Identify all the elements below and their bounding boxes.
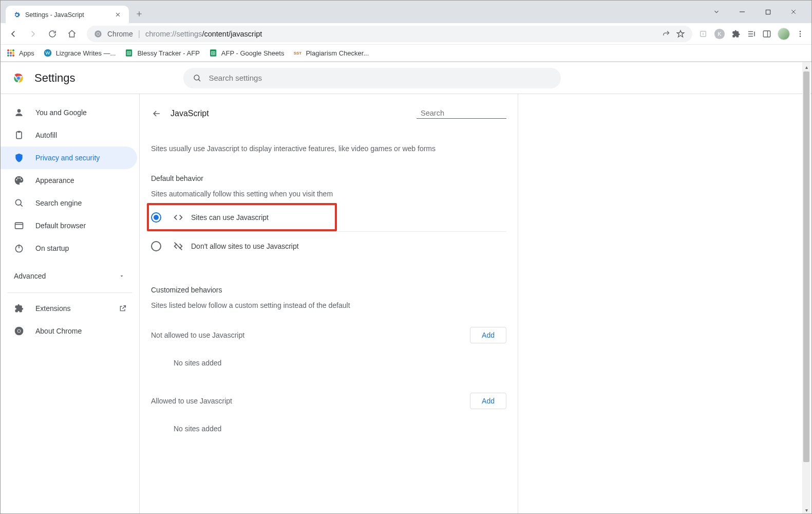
svg-point-11 bbox=[7, 49, 9, 51]
svg-point-12 bbox=[10, 49, 12, 51]
radio-button-checked[interactable] bbox=[151, 212, 161, 223]
customized-sub: Sites listed below follow a custom setti… bbox=[151, 301, 506, 309]
search-icon bbox=[193, 74, 202, 83]
svg-point-9 bbox=[800, 33, 801, 34]
add-not-allowed-button[interactable]: Add bbox=[470, 327, 506, 343]
code-off-icon bbox=[173, 241, 184, 252]
browser-icon bbox=[14, 221, 24, 231]
settings-search[interactable] bbox=[183, 68, 561, 88]
svg-point-33 bbox=[15, 199, 21, 205]
profile-k-icon[interactable]: K bbox=[714, 28, 725, 40]
sidebar-item-extensions[interactable]: Extensions bbox=[1, 297, 137, 320]
svg-point-16 bbox=[12, 52, 14, 54]
bookmark-plagiarism[interactable]: SST Plagiarism Checker... bbox=[293, 49, 369, 57]
sidebar-item-you-and-google[interactable]: You and Google bbox=[1, 101, 137, 124]
settings-header: Settings bbox=[1, 62, 811, 94]
not-allowed-label: Not allowed to use Javascript bbox=[151, 331, 244, 339]
sidebar-advanced[interactable]: Advanced bbox=[1, 265, 139, 287]
bookmark-blessy[interactable]: Blessy Tracker - AFP bbox=[125, 49, 199, 57]
reading-list-icon[interactable] bbox=[747, 29, 756, 39]
puzzle-icon[interactable] bbox=[731, 29, 741, 39]
browser-tab[interactable]: Settings - JavaScript bbox=[6, 6, 129, 24]
sidebar-item-autofill[interactable]: Autofill bbox=[1, 124, 137, 146]
panel-back-button[interactable] bbox=[151, 108, 162, 119]
tab-title: Settings - JavaScript bbox=[25, 11, 109, 19]
panel-search-input[interactable] bbox=[421, 109, 518, 117]
svg-rect-0 bbox=[766, 10, 770, 14]
svg-text:W: W bbox=[45, 50, 50, 56]
chevron-down-icon bbox=[119, 273, 125, 279]
radio-button-unchecked[interactable] bbox=[151, 241, 161, 251]
menu-icon[interactable] bbox=[796, 30, 804, 38]
chrome-icon bbox=[14, 326, 24, 336]
sidebar-item-about[interactable]: About Chrome bbox=[1, 320, 137, 342]
bookmark-apps[interactable]: Apps bbox=[7, 49, 34, 57]
add-allowed-button[interactable]: Add bbox=[470, 393, 506, 409]
settings-sidebar: You and Google Autofill Privacy and secu… bbox=[1, 94, 139, 514]
customized-title: Customized behaviors bbox=[151, 286, 506, 294]
panel-intro: Sites usually use Javascript to display … bbox=[151, 144, 506, 153]
chrome-logo-icon bbox=[12, 71, 25, 85]
close-window-button[interactable] bbox=[784, 4, 803, 20]
extension-icon[interactable] bbox=[698, 29, 708, 39]
chevron-down-icon[interactable] bbox=[707, 4, 726, 20]
share-icon[interactable] bbox=[662, 29, 671, 38]
omnibox-prefix: Chrome bbox=[107, 30, 133, 38]
bookmark-lizgrace[interactable]: W Lizgrace Writes —... bbox=[44, 49, 116, 57]
person-icon bbox=[14, 107, 24, 118]
default-behavior-title: Default behavior bbox=[151, 174, 506, 182]
sidebar-item-privacy[interactable]: Privacy and security bbox=[1, 146, 137, 169]
launch-icon bbox=[119, 304, 127, 313]
back-button[interactable] bbox=[5, 25, 22, 43]
avatar[interactable] bbox=[778, 28, 790, 40]
sidebar-item-appearance[interactable]: Appearance bbox=[1, 169, 137, 192]
sidebar-item-on-startup[interactable]: On startup bbox=[1, 237, 137, 260]
panel-search[interactable] bbox=[417, 109, 506, 119]
settings-search-input[interactable] bbox=[209, 74, 552, 82]
shield-icon bbox=[14, 153, 24, 163]
browser-toolbar: Chrome | chrome://settings/content/javas… bbox=[1, 23, 811, 45]
omnibox-url: chrome://settings/content/javascript bbox=[145, 30, 262, 38]
scroll-up-button[interactable]: ▴ bbox=[802, 62, 810, 71]
radio-allow-js[interactable]: Sites can use Javascript bbox=[147, 203, 337, 231]
svg-point-38 bbox=[18, 330, 21, 333]
close-tab-button[interactable] bbox=[114, 11, 122, 19]
wordpress-icon: W bbox=[44, 49, 52, 57]
bookmark-afp[interactable]: AFP - Google Sheets bbox=[209, 49, 285, 57]
gear-icon bbox=[13, 11, 21, 19]
forward-button[interactable] bbox=[24, 25, 42, 43]
sidebar-item-default-browser[interactable]: Default browser bbox=[1, 214, 137, 237]
svg-point-14 bbox=[7, 52, 9, 54]
minimize-button[interactable] bbox=[732, 4, 752, 20]
settings-panel: JavaScript Sites usually use Javascript … bbox=[139, 94, 518, 514]
maximize-button[interactable] bbox=[758, 4, 778, 20]
svg-point-30 bbox=[17, 109, 21, 113]
address-bar[interactable]: Chrome | chrome://settings/content/javas… bbox=[87, 26, 692, 42]
svg-point-10 bbox=[800, 35, 801, 37]
no-sites-not-allowed: No sites added bbox=[174, 359, 506, 367]
svg-rect-32 bbox=[18, 131, 21, 133]
svg-rect-31 bbox=[16, 132, 22, 138]
code-icon bbox=[173, 212, 184, 223]
window-tabstrip: Settings - JavaScript bbox=[1, 1, 811, 23]
star-icon[interactable] bbox=[676, 29, 685, 39]
svg-point-18 bbox=[10, 54, 12, 57]
side-panel-icon[interactable] bbox=[762, 29, 771, 39]
reload-button[interactable] bbox=[44, 25, 61, 43]
vertical-scrollbar[interactable]: ▴ ▾ bbox=[802, 62, 810, 514]
power-icon bbox=[14, 243, 24, 253]
sidebar-item-search-engine[interactable]: Search engine bbox=[1, 192, 137, 214]
sst-icon: SST bbox=[293, 49, 301, 57]
scroll-thumb[interactable] bbox=[803, 71, 809, 462]
search-icon bbox=[14, 198, 24, 208]
puzzle-icon bbox=[14, 303, 24, 314]
svg-point-3 bbox=[97, 32, 100, 35]
clipboard-icon bbox=[14, 130, 24, 140]
no-sites-allowed: No sites added bbox=[174, 425, 506, 433]
apps-icon bbox=[7, 49, 15, 57]
default-behavior-sub: Sites automatically follow this setting … bbox=[151, 190, 506, 198]
scroll-down-button[interactable]: ▾ bbox=[802, 505, 810, 514]
new-tab-button[interactable] bbox=[132, 7, 146, 21]
home-button[interactable] bbox=[63, 25, 81, 43]
radio-block-js[interactable]: Don't allow sites to use Javascript bbox=[151, 232, 506, 260]
